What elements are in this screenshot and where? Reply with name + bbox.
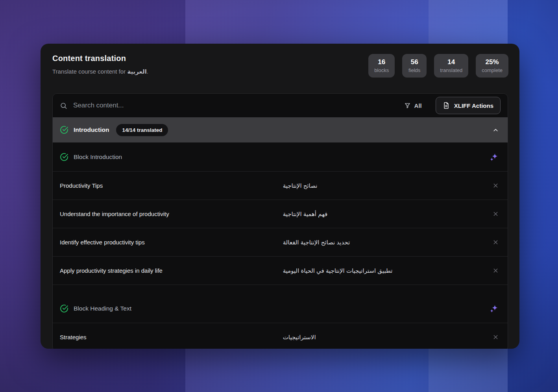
field-row: Identify effective productivity tips تحد… [53, 228, 508, 256]
close-icon [492, 239, 499, 246]
stat-translated: 14 translated [434, 54, 468, 78]
search-toolbar: All XLIFF Actions [53, 94, 508, 117]
stats-badges: 16 blocks 56 fields 14 translated 25% co… [368, 54, 508, 78]
stat-translated-value: 14 [447, 58, 455, 66]
block-title: Block Heading & Text [74, 305, 131, 312]
collapse-section-button[interactable] [491, 125, 501, 135]
xliff-actions-label: XLIFF Actions [454, 102, 493, 109]
search-icon [60, 102, 67, 109]
file-text-icon [443, 102, 450, 109]
target-text: نصائح الإنتاجية [283, 182, 491, 189]
subtitle-language: العربية [127, 68, 146, 75]
translated-count-badge: 14/14 translated [116, 124, 168, 136]
sparkles-icon [489, 152, 499, 162]
page-title: Content translation [52, 54, 148, 63]
section-title: Introduction [74, 126, 109, 133]
panel-header: Content translation Translate course con… [52, 54, 148, 75]
target-text: تطبيق استراتيجيات الإنتاجية في الحياة ال… [283, 267, 491, 274]
check-circle-icon [60, 304, 68, 313]
stat-fields-value: 56 [411, 58, 418, 66]
target-text: الاستراتيجيات [283, 334, 491, 341]
field-row: Understand the importance of productivit… [53, 200, 508, 228]
source-text: Productivity Tips [60, 182, 283, 189]
filter-icon [404, 102, 411, 109]
stat-translated-label: translated [440, 67, 462, 73]
filter-label: All [414, 102, 422, 109]
field-row: Productivity Tips نصائح الإنتاجية [53, 171, 508, 200]
target-text: فهم أهمية الإنتاجية [283, 211, 491, 218]
check-circle-icon [60, 126, 68, 134]
block-row-introduction: Block Introduction [53, 142, 508, 171]
subtitle-prefix: Translate course content for [52, 68, 127, 75]
ai-translate-button[interactable] [487, 302, 501, 315]
chevron-up-icon [492, 127, 499, 133]
stat-complete-value: 25% [486, 58, 499, 66]
stat-blocks-label: blocks [374, 67, 389, 73]
check-circle-icon [60, 153, 68, 161]
page-subtitle: Translate course content for العربية. [52, 68, 148, 75]
clear-translation-button[interactable] [491, 209, 501, 219]
xliff-actions-button[interactable]: XLIFF Actions [436, 97, 501, 114]
source-text: Apply productivity strategies in daily l… [60, 267, 283, 274]
stat-fields-label: fields [408, 67, 420, 73]
clear-translation-button[interactable] [491, 266, 501, 276]
stat-fields: 56 fields [402, 54, 427, 78]
close-icon [492, 182, 499, 189]
stat-blocks: 16 blocks [368, 54, 395, 78]
source-text: Identify effective productivity tips [60, 239, 283, 246]
target-text: تحديد نصائح الإنتاجية الفعالة [283, 239, 491, 246]
clear-translation-button[interactable] [491, 181, 501, 190]
block-row-heading-text: Block Heading & Text [53, 294, 508, 323]
search-input[interactable] [73, 102, 396, 109]
field-row: Apply productivity strategies in daily l… [53, 256, 508, 285]
sparkles-icon [489, 303, 499, 314]
ai-translate-button[interactable] [487, 150, 501, 164]
clear-translation-button[interactable] [491, 237, 501, 247]
block-divider [53, 285, 508, 294]
filter-all-control[interactable]: All [404, 102, 422, 109]
stat-blocks-value: 16 [378, 58, 385, 66]
close-icon [492, 211, 499, 217]
close-icon [492, 267, 499, 274]
close-icon [492, 334, 499, 340]
block-title: Block Introduction [74, 153, 122, 161]
clear-translation-button[interactable] [491, 332, 501, 342]
subtitle-suffix: . [147, 68, 148, 75]
source-text: Strategies [60, 334, 283, 340]
section-header-introduction[interactable]: Introduction 14/14 translated [53, 117, 508, 142]
stat-complete-label: complete [482, 67, 503, 73]
source-text: Understand the importance of productivit… [60, 211, 283, 217]
field-row: Strategies الاستراتيجيات [53, 323, 508, 349]
content-translation-panel: Content translation Translate course con… [41, 44, 519, 349]
content-list: All XLIFF Actions Introduction 14/14 tra… [52, 93, 508, 349]
stat-complete: 25% complete [476, 54, 508, 78]
